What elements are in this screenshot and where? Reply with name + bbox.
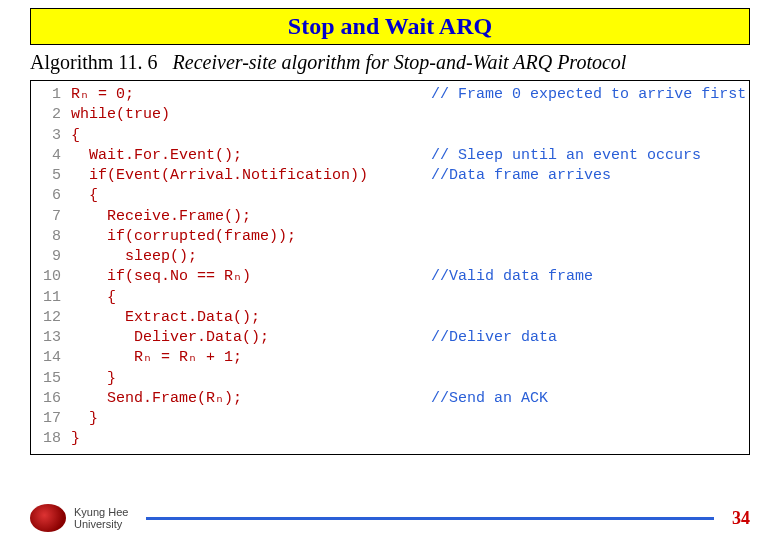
university-logo-icon xyxy=(30,504,66,532)
code-content: } xyxy=(71,409,743,429)
code-line: 15 } xyxy=(37,369,743,389)
code-line: 7 Receive.Frame(); xyxy=(37,207,743,227)
code-line: 9 sleep(); xyxy=(37,247,743,267)
university-name-line2: University xyxy=(74,518,128,530)
slide-footer: Kyung Hee University 34 xyxy=(0,504,780,532)
code-line: 5 if(Event(Arrival.Notification)) //Data… xyxy=(37,166,743,186)
code-comment: //Valid data frame xyxy=(431,268,593,285)
slide-title-bar: Stop and Wait ARQ xyxy=(30,8,750,45)
algorithm-description: Receiver-site algorithm for Stop-and-Wai… xyxy=(173,51,627,73)
line-number: 14 xyxy=(37,348,71,368)
code-line: 12 Extract.Data(); xyxy=(37,308,743,328)
code-text: Rₙ = Rₙ + 1; xyxy=(71,349,242,366)
code-line: 3{ xyxy=(37,126,743,146)
code-content: Receive.Frame(); xyxy=(71,207,743,227)
code-line: 11 { xyxy=(37,288,743,308)
code-text: Deliver.Data(); xyxy=(71,329,431,346)
code-line: 10 if(seq.No == Rₙ) //Valid data frame xyxy=(37,267,743,287)
code-content: { xyxy=(71,288,743,308)
slide-title: Stop and Wait ARQ xyxy=(288,13,492,39)
code-line: 6 { xyxy=(37,186,743,206)
code-text: { xyxy=(71,289,116,306)
code-text: if(seq.No == Rₙ) xyxy=(71,268,431,285)
code-text: Extract.Data(); xyxy=(71,309,260,326)
code-content: if(seq.No == Rₙ) //Valid data frame xyxy=(71,267,743,287)
line-number: 6 xyxy=(37,186,71,206)
code-text: if(corrupted(frame)); xyxy=(71,228,296,245)
code-content: Wait.For.Event(); // Sleep until an even… xyxy=(71,146,743,166)
line-number: 3 xyxy=(37,126,71,146)
line-number: 11 xyxy=(37,288,71,308)
algorithm-number: Algorithm 11. 6 xyxy=(30,51,158,73)
code-content: { xyxy=(71,126,743,146)
code-text: { xyxy=(71,127,80,144)
code-line: 1Rₙ = 0; // Frame 0 expected to arrive f… xyxy=(37,85,743,105)
line-number: 1 xyxy=(37,85,71,105)
code-content: sleep(); xyxy=(71,247,743,267)
code-text: sleep(); xyxy=(71,248,197,265)
code-content: if(corrupted(frame)); xyxy=(71,227,743,247)
code-line: 2while(true) xyxy=(37,105,743,125)
code-content: } xyxy=(71,429,743,449)
code-text: while(true) xyxy=(71,106,170,123)
code-content: Extract.Data(); xyxy=(71,308,743,328)
line-number: 8 xyxy=(37,227,71,247)
university-name: Kyung Hee University xyxy=(74,506,128,530)
code-comment: // Frame 0 expected to arrive first xyxy=(431,86,746,103)
code-comment: // Sleep until an event occurs xyxy=(431,147,701,164)
code-text: } xyxy=(71,410,98,427)
code-text: Rₙ = 0; xyxy=(71,86,431,103)
code-content: Deliver.Data(); //Deliver data xyxy=(71,328,743,348)
code-line: 17 } xyxy=(37,409,743,429)
line-number: 4 xyxy=(37,146,71,166)
code-content: } xyxy=(71,369,743,389)
code-content: while(true) xyxy=(71,105,743,125)
code-listing: 1Rₙ = 0; // Frame 0 expected to arrive f… xyxy=(30,80,750,455)
line-number: 18 xyxy=(37,429,71,449)
line-number: 9 xyxy=(37,247,71,267)
line-number: 7 xyxy=(37,207,71,227)
code-text: Receive.Frame(); xyxy=(71,208,251,225)
footer-divider xyxy=(146,517,714,520)
code-text: } xyxy=(71,370,116,387)
code-content: Rₙ = Rₙ + 1; xyxy=(71,348,743,368)
code-text: } xyxy=(71,430,80,447)
code-comment: //Data frame arrives xyxy=(431,167,611,184)
line-number: 10 xyxy=(37,267,71,287)
code-content: Rₙ = 0; // Frame 0 expected to arrive fi… xyxy=(71,85,746,105)
code-content: if(Event(Arrival.Notification)) //Data f… xyxy=(71,166,743,186)
line-number: 13 xyxy=(37,328,71,348)
line-number: 5 xyxy=(37,166,71,186)
line-number: 12 xyxy=(37,308,71,328)
code-comment: //Deliver data xyxy=(431,329,557,346)
code-line: 13 Deliver.Data(); //Deliver data xyxy=(37,328,743,348)
line-number: 16 xyxy=(37,389,71,409)
code-content: Send.Frame(Rₙ); //Send an ACK xyxy=(71,389,743,409)
line-number: 17 xyxy=(37,409,71,429)
code-comment: //Send an ACK xyxy=(431,390,548,407)
code-text: { xyxy=(71,187,98,204)
code-line: 8 if(corrupted(frame)); xyxy=(37,227,743,247)
code-text: Wait.For.Event(); xyxy=(71,147,431,164)
code-line: 16 Send.Frame(Rₙ); //Send an ACK xyxy=(37,389,743,409)
university-name-line1: Kyung Hee xyxy=(74,506,128,518)
code-content: { xyxy=(71,186,743,206)
code-line: 14 Rₙ = Rₙ + 1; xyxy=(37,348,743,368)
code-text: Send.Frame(Rₙ); xyxy=(71,390,431,407)
line-number: 2 xyxy=(37,105,71,125)
page-number: 34 xyxy=(732,508,750,529)
line-number: 15 xyxy=(37,369,71,389)
algorithm-caption: Algorithm 11. 6 Receiver-site algorithm … xyxy=(30,51,750,74)
code-line: 4 Wait.For.Event(); // Sleep until an ev… xyxy=(37,146,743,166)
code-line: 18} xyxy=(37,429,743,449)
code-text: if(Event(Arrival.Notification)) xyxy=(71,167,431,184)
